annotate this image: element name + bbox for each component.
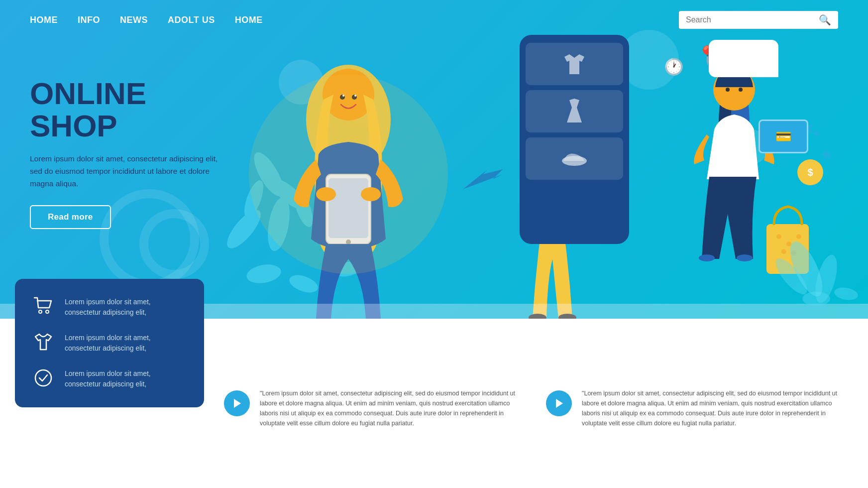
play-button-1[interactable]	[224, 390, 250, 416]
bottom-block-1: "Lorem ipsum dolor sit amet, consectetur…	[224, 388, 516, 428]
nav-item-adoltus[interactable]: ADOLT US	[168, 15, 215, 25]
phone-card-item-shoes	[526, 137, 623, 180]
nav-item-home[interactable]: HOME	[30, 15, 58, 25]
svg-point-37	[776, 234, 781, 239]
hero-title-online: ONLINE	[30, 76, 146, 111]
svg-marker-51	[234, 399, 241, 408]
nav-link-info[interactable]: INFO	[78, 15, 100, 25]
read-more-button[interactable]: Read more	[30, 205, 111, 229]
info-item-2-text: Lorem ipsum dolor sit amet, consectetur …	[65, 333, 188, 354]
svg-point-48	[39, 310, 42, 313]
svg-point-40	[781, 249, 786, 254]
nav-item-home2[interactable]: HOME	[235, 15, 263, 25]
nav-link-adoltus[interactable]: ADOLT US	[168, 15, 215, 25]
credit-card-icon: 💳	[759, 120, 808, 153]
search-input[interactable]	[686, 15, 819, 24]
hero-description: Lorem ipsum dolor sit amet, consectetur …	[30, 153, 224, 190]
bottom-section: Lorem ipsum dolor sit amet, consectetur …	[0, 319, 868, 488]
nav-link-home[interactable]: HOME	[30, 15, 58, 25]
phone-card-item-dress	[526, 90, 623, 132]
svg-point-47	[833, 286, 859, 302]
phone-card	[520, 35, 629, 244]
info-item-3-text: Lorem ipsum dolor sit amet, consectetur …	[65, 368, 188, 389]
hero-text-block: ONLINE SHOP Lorem ipsum dolor sit amet, …	[30, 77, 224, 229]
info-item-2: Lorem ipsum dolor sit amet, consectetur …	[31, 333, 188, 354]
nav-link-home2[interactable]: HOME	[235, 15, 263, 25]
nav-item-info[interactable]: INFO	[78, 15, 100, 25]
phone-card-item-shirt	[526, 43, 623, 85]
play-button-2[interactable]	[546, 390, 572, 416]
hero-title: ONLINE SHOP	[30, 77, 224, 142]
search-bar[interactable]: 🔍	[679, 11, 838, 29]
svg-point-39	[796, 234, 801, 239]
svg-point-35	[737, 254, 753, 261]
check-circle-icon	[31, 368, 56, 387]
bottom-block-2: "Lorem ipsum dolor sit amet, consectetur…	[546, 388, 838, 428]
svg-point-7	[245, 262, 282, 286]
svg-point-38	[786, 242, 791, 246]
nav-link-news[interactable]: NEWS	[120, 15, 148, 25]
hero-title-shop: SHOP	[30, 109, 117, 143]
clock-icon: 🕐	[664, 57, 684, 76]
svg-point-34	[699, 254, 715, 261]
bottom-block-1-text: "Lorem ipsum dolor sit amet, consectetur…	[260, 388, 516, 428]
cart-icon	[31, 297, 56, 315]
search-icon[interactable]: 🔍	[819, 14, 831, 26]
info-item-1: Lorem ipsum dolor sit amet, consectetur …	[31, 297, 188, 318]
chat-bubble	[709, 40, 778, 77]
svg-marker-52	[556, 399, 563, 408]
svg-point-21	[249, 75, 448, 274]
nav-item-news[interactable]: NEWS	[120, 15, 148, 25]
info-card: Lorem ipsum dolor sit amet, consectetur …	[15, 279, 204, 407]
hero-section: ONLINE SHOP Lorem ipsum dolor sit amet, …	[0, 0, 868, 319]
svg-point-33	[739, 88, 743, 92]
svg-point-49	[46, 310, 49, 313]
dollar-icon: $	[797, 159, 823, 185]
svg-point-8	[287, 272, 321, 296]
info-item-3: Lorem ipsum dolor sit amet, consectetur …	[31, 368, 188, 389]
nav-links: HOME INFO NEWS ADOLT US HOME	[30, 15, 263, 25]
info-item-1-text: Lorem ipsum dolor sit amet, consectetur …	[65, 297, 188, 318]
svg-point-46	[802, 292, 830, 306]
svg-point-50	[35, 370, 51, 386]
shirt-icon	[31, 333, 56, 351]
svg-point-32	[726, 88, 730, 92]
navbar: HOME INFO NEWS ADOLT US HOME 🔍	[0, 0, 868, 40]
bottom-block-2-text: "Lorem ipsum dolor sit amet, consectetur…	[582, 388, 838, 428]
